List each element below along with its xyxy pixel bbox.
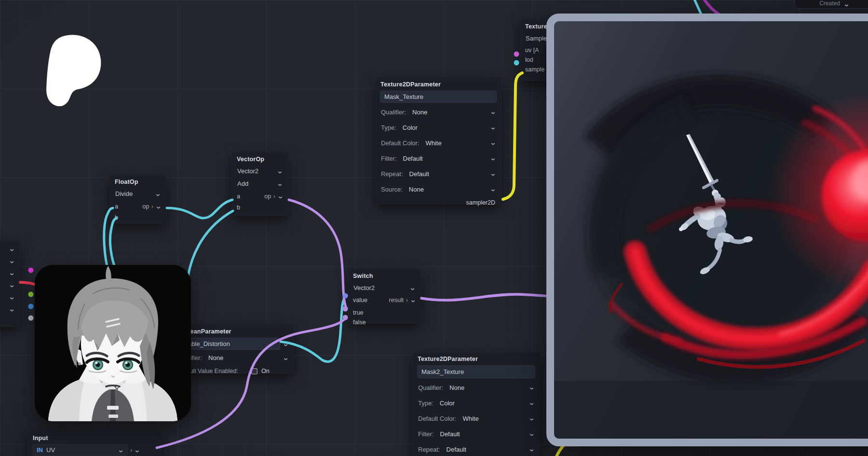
type-dropdown[interactable]: Type: Color ⌄ <box>381 120 496 135</box>
wire-yellow[interactable] <box>503 73 522 199</box>
vectorop-operation-dropdown[interactable]: Add ⌄ <box>237 178 283 189</box>
node-vectorop[interactable]: VectorOp Vector2 ⌄ Add ⌄ a op › ⌄ b <box>231 152 288 216</box>
switch-value-port-dot[interactable] <box>343 293 348 299</box>
node-texture2dparameter-mask2[interactable]: Texture2DParameter Mask2_Texture Qualifi… <box>412 352 540 456</box>
default-color-dropdown[interactable]: Default Color: White ⌄ <box>418 411 534 426</box>
chevron-down-icon: ⌄ <box>529 401 535 405</box>
arrow-right-icon: › <box>151 203 153 210</box>
chevron-down-icon: ⌄ <box>529 447 535 452</box>
chevron-down-icon[interactable]: ⌄ <box>277 194 284 199</box>
switch-true-port-dot[interactable] <box>343 306 348 312</box>
switch-port-false[interactable]: false <box>348 318 421 327</box>
node-title: Texture2DParameter <box>375 77 502 89</box>
port-dot-magenta[interactable] <box>28 268 34 273</box>
switch-type-dropdown[interactable]: Vector2 ⌄ <box>353 282 416 293</box>
port-output-chevron-icon[interactable]: ⌄ <box>9 255 15 267</box>
create-menu-label: Created <box>819 0 840 7</box>
chevron-down-icon: ⌄ <box>490 156 497 161</box>
default-value-checkbox[interactable] <box>251 368 258 374</box>
chevron-down-icon[interactable]: ⌄ <box>155 204 162 209</box>
chevron-down-icon: ⌄ <box>490 171 497 176</box>
create-menu[interactable]: Created ⌄ <box>795 0 868 9</box>
chevron-down-icon: ⌄ <box>490 187 497 192</box>
node-title: FloatOp <box>109 175 166 187</box>
type-dropdown[interactable]: Type: Color ⌄ <box>418 395 534 411</box>
arrow-right-icon: › <box>130 447 132 454</box>
default-value-enabled-row: Default Value Enabled: On <box>177 364 288 378</box>
floatop-port-a[interactable]: a op › ⌄ <box>109 201 166 212</box>
node-editor-canvas[interactable]: ⌄ ⌄ ⌄ ⌄ ⌄ ⌄ FloatOp Divide ⌄ a op › ⌄ b … <box>0 0 868 456</box>
source-dropdown[interactable]: Source: None ⌄ <box>381 181 496 197</box>
creator-avatar[interactable] <box>35 265 191 421</box>
wire-purple[interactable] <box>289 200 346 308</box>
dropdown-value: UV <box>46 446 55 454</box>
wire-cyan[interactable] <box>167 200 232 218</box>
chevron-down-icon: ⌄ <box>409 286 416 290</box>
port-output-chevron-icon[interactable]: ⌄ <box>9 291 15 303</box>
vectorop-port-a[interactable]: a op › ⌄ <box>231 191 288 202</box>
port-output-chevron-icon[interactable]: ⌄ <box>9 303 15 315</box>
chevron-down-icon: ⌄ <box>529 416 535 421</box>
node-title: Switch <box>348 269 421 281</box>
wire-purple[interactable] <box>421 294 557 300</box>
default-color-dropdown[interactable]: Default Color: White ⌄ <box>381 135 496 151</box>
chevron-down-icon[interactable]: ⌄ <box>410 298 417 303</box>
vectorop-type-dropdown[interactable]: Vector2 ⌄ <box>237 166 283 177</box>
dropdown-value: Sample <box>526 35 547 42</box>
viewport-bottom-vignette <box>554 381 868 439</box>
arrow-right-icon: › <box>406 297 408 304</box>
boolean-output-chevron-icon[interactable]: ⌄ <box>283 342 289 346</box>
node-switch[interactable]: Switch Vector2 ⌄ value result › ⌄ true f… <box>348 269 421 323</box>
port-dot-green[interactable] <box>28 292 34 297</box>
node-edge-outputs[interactable]: ⌄ ⌄ ⌄ ⌄ ⌄ ⌄ <box>0 240 20 327</box>
chevron-down-icon: ⌄ <box>490 140 497 145</box>
input-output-chevron-icon[interactable]: ⌄ <box>134 448 141 453</box>
chevron-down-icon: ⌄ <box>490 125 497 130</box>
boolean-name-input[interactable]: Enable_Distortion <box>176 338 280 350</box>
chevron-down-icon: ⌄ <box>490 110 497 114</box>
arrow-right-icon: › <box>273 193 275 200</box>
input-source-dropdown[interactable]: IN UV ⌄ <box>32 444 128 456</box>
qualifier-dropdown[interactable]: Qualifier: None ⌄ <box>418 380 534 395</box>
chevron-down-icon: ⌄ <box>283 356 289 360</box>
port-output-chevron-icon[interactable]: ⌄ <box>9 243 15 255</box>
dropdown-value: Vector2 <box>237 167 258 175</box>
chevron-down-icon: ⌄ <box>155 192 162 196</box>
port-output-chevron-icon[interactable]: ⌄ <box>9 279 15 291</box>
port-output-chevron-icon[interactable]: ⌄ <box>9 267 15 279</box>
patreon-logo-icon <box>41 34 103 106</box>
preview-viewport <box>554 21 868 439</box>
port-dot-blue[interactable] <box>28 304 34 309</box>
switch-port-value[interactable]: value result › ⌄ <box>348 295 421 305</box>
sampler2d-output-port[interactable]: sampler2D <box>381 199 495 206</box>
texture-name-input[interactable]: Mask_Texture <box>380 91 497 103</box>
node-title: VectorOp <box>231 152 288 164</box>
port-dot-gray[interactable] <box>28 316 34 321</box>
chevron-down-icon: ⌄ <box>277 169 284 174</box>
floatop-port-b[interactable]: b <box>109 212 166 223</box>
node-input[interactable]: Input IN UV ⌄ › ⌄ <box>27 431 162 456</box>
vectorop-output: op <box>264 193 271 200</box>
avatar-portrait <box>35 265 191 421</box>
switch-port-true[interactable]: true <box>348 305 421 318</box>
floatop-operation-dropdown[interactable]: Divide ⌄ <box>115 188 161 199</box>
qualifier-dropdown[interactable]: Qualifier: None ⌄ <box>381 104 496 120</box>
repeat-dropdown[interactable]: Repeat: Default ⌄ <box>418 442 534 456</box>
node-texture2dparameter-mask[interactable]: Texture2DParameter Mask_Texture Qualifie… <box>375 77 502 204</box>
switch-false-port-dot[interactable] <box>343 315 348 320</box>
wire-cyan[interactable] <box>188 211 233 276</box>
qualifier-dropdown[interactable]: Qualifier: None ⌄ <box>177 351 288 364</box>
texture-name-input[interactable]: Mask2_Texture <box>417 365 535 378</box>
repeat-dropdown[interactable]: Repeat: Default ⌄ <box>381 166 496 181</box>
texture-sample-uv-port-dot[interactable] <box>514 52 519 57</box>
texture-sample-lod-port-dot[interactable] <box>514 60 519 66</box>
dropdown-value: Add <box>237 180 248 187</box>
switch-output: result <box>389 297 404 304</box>
chevron-down-icon: ⌄ <box>843 2 850 7</box>
filter-dropdown[interactable]: Filter: Default ⌄ <box>418 426 534 442</box>
filter-dropdown[interactable]: Filter: Default ⌄ <box>381 151 496 166</box>
shader-preview-window[interactable] <box>546 14 868 446</box>
chevron-down-icon: ⌄ <box>529 385 535 390</box>
vectorop-port-b[interactable]: b <box>231 202 288 213</box>
node-floatop[interactable]: FloatOp Divide ⌄ a op › ⌄ b <box>109 175 166 224</box>
